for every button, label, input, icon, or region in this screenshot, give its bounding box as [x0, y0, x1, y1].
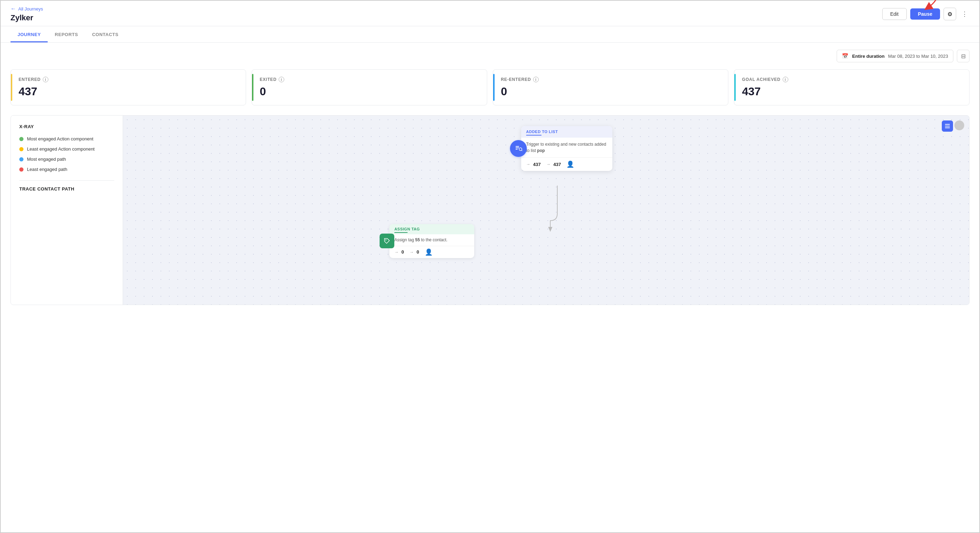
stat-goal-achieved-value: 437: [742, 85, 961, 98]
trigger-stat2: 437: [554, 162, 561, 167]
stat-entered-value: 437: [19, 85, 238, 98]
gear-icon: ⚙: [947, 11, 952, 17]
xray-divider: [19, 180, 114, 181]
trigger-arrow-out-icon: →: [546, 162, 550, 167]
tab-contacts[interactable]: CONTACTS: [85, 26, 126, 42]
filter-icon: ⊟: [961, 53, 966, 60]
stat-entered: ENTERED i 437: [11, 69, 246, 105]
tab-reports[interactable]: REPORTS: [48, 26, 85, 42]
duration-label: Entire duration: [852, 54, 884, 59]
trigger-card[interactable]: ADDED TO LIST Trigger to existing and ne…: [518, 126, 612, 171]
stat-exited-value: 0: [260, 85, 479, 98]
action-person-icon: 👤: [425, 248, 433, 256]
header-actions: Edit Pause ⚙: [882, 8, 969, 20]
action-underline: [394, 232, 407, 233]
tab-journey[interactable]: JOURNEY: [11, 26, 48, 42]
trigger-card-content: Trigger to existing and new contacts add…: [521, 138, 612, 157]
exited-info-icon[interactable]: i: [278, 77, 284, 82]
svg-rect-5: [515, 148, 519, 148]
action-arrow-in-icon: →: [394, 250, 399, 255]
stat-exited: EXITED i 0: [252, 69, 487, 105]
back-label: All Journeys: [18, 6, 43, 11]
re-entered-info-icon[interactable]: i: [533, 77, 539, 82]
action-stat1: 0: [401, 249, 404, 255]
least-engaged-action-label: Least engaged Action component: [27, 146, 95, 152]
page-title: Zylker: [11, 13, 43, 22]
header: ← All Journeys Zylker Edit Pause: [1, 1, 979, 26]
filter-row: 📅 Entire duration Mar 08, 2023 to Mar 10…: [11, 50, 969, 62]
tabs-bar: JOURNEY REPORTS CONTACTS: [1, 26, 979, 43]
action-card-body: ASSIGN TAG Assign tag 55 to the contact.: [390, 224, 474, 258]
stats-row: ENTERED i 437 EXITED i 0 RE-ENTERED i 0: [11, 69, 969, 105]
trigger-card-label: ADDED TO LIST: [526, 130, 608, 134]
date-range: Mar 08, 2023 to Mar 10, 2023: [888, 54, 948, 59]
trigger-card-header: ADDED TO LIST: [521, 126, 612, 138]
svg-marker-9: [548, 227, 552, 232]
trigger-list-icon: [514, 144, 522, 152]
connector-svg: [543, 186, 571, 235]
action-stats-row: → 0 → 0 👤: [390, 246, 474, 258]
trace-contact-path-title: TRACE CONTACT PATH: [19, 186, 114, 192]
svg-line-8: [522, 150, 522, 151]
xray-panel: X-RAY Most engaged Action component Leas…: [11, 116, 123, 305]
stat-goal-achieved-label: GOAL ACHIEVED i: [742, 77, 961, 82]
calendar-icon: 📅: [842, 53, 849, 59]
svg-rect-6: [515, 149, 518, 149]
legend-least-engaged-path: Least engaged path: [19, 167, 114, 172]
entered-info-icon[interactable]: i: [43, 77, 48, 82]
trigger-arrow-in-icon: →: [526, 162, 530, 167]
stat-entered-label: ENTERED i: [19, 77, 238, 82]
more-options-button[interactable]: ⋮: [960, 8, 969, 20]
action-card-content: Assign tag 55 to the contact.: [390, 234, 474, 246]
legend-most-engaged-action: Most engaged Action component: [19, 136, 114, 141]
least-engaged-path-dot: [19, 167, 24, 171]
journey-canvas: ADDED TO LIST Trigger to existing and ne…: [123, 116, 969, 305]
most-engaged-action-label: Most engaged Action component: [27, 136, 93, 141]
back-link[interactable]: ← All Journeys: [11, 6, 43, 12]
action-description: Assign tag 55 to the contact.: [394, 237, 469, 243]
action-stat2: 0: [417, 249, 419, 255]
most-engaged-path-label: Most engaged path: [27, 157, 66, 162]
least-engaged-path-label: Least engaged path: [27, 167, 67, 172]
back-arrow-icon: ←: [11, 6, 16, 12]
pause-button[interactable]: Pause: [910, 8, 940, 20]
stat-re-entered-label: RE-ENTERED i: [501, 77, 720, 82]
trigger-person-icon: 👤: [566, 160, 574, 168]
filter-button[interactable]: ⊟: [957, 50, 969, 62]
date-filter[interactable]: 📅 Entire duration Mar 08, 2023 to Mar 10…: [837, 50, 953, 62]
goal-achieved-info-icon[interactable]: i: [783, 77, 788, 82]
most-engaged-action-dot: [19, 137, 24, 141]
canvas-area: ADDED TO LIST Trigger to existing and ne…: [130, 122, 962, 298]
trigger-icon: [510, 140, 527, 157]
least-engaged-action-dot: [19, 147, 24, 151]
header-left: ← All Journeys Zylker: [11, 6, 43, 22]
stat-re-entered-value: 0: [501, 85, 720, 98]
stat-re-entered: RE-ENTERED i 0: [493, 69, 728, 105]
dots-icon: ⋮: [961, 10, 968, 18]
main-content: 📅 Entire duration Mar 08, 2023 to Mar 10…: [1, 43, 979, 312]
trigger-stats-row: → 437 → 437 👤: [521, 157, 612, 171]
trigger-description: Trigger to existing and new contacts add…: [526, 141, 608, 154]
settings-button[interactable]: ⚙: [943, 8, 956, 20]
svg-point-7: [519, 148, 522, 151]
action-card-header: ASSIGN TAG: [390, 224, 474, 234]
trigger-stat1: 437: [533, 162, 541, 167]
edit-button[interactable]: Edit: [882, 8, 907, 20]
xray-legend: Most engaged Action component Least enga…: [19, 136, 114, 172]
legend-most-engaged-path: Most engaged path: [19, 157, 114, 162]
trigger-card-body: ADDED TO LIST Trigger to existing and ne…: [521, 126, 612, 171]
most-engaged-path-dot: [19, 157, 24, 162]
svg-rect-4: [515, 146, 519, 147]
action-card[interactable]: ASSIGN TAG Assign tag 55 to the contact.: [387, 224, 474, 258]
action-card-label: ASSIGN TAG: [394, 227, 469, 231]
action-icon: [380, 233, 394, 248]
stat-exited-label: EXITED i: [260, 77, 479, 82]
stat-goal-achieved: GOAL ACHIEVED i 437: [734, 69, 969, 105]
bottom-section: X-RAY Most engaged Action component Leas…: [11, 115, 969, 305]
assign-tag-icon: [383, 238, 390, 244]
svg-point-10: [385, 240, 387, 241]
action-arrow-out-icon: →: [409, 250, 414, 255]
legend-least-engaged-action: Least engaged Action component: [19, 146, 114, 152]
xray-title: X-RAY: [19, 124, 114, 129]
trigger-underline: [526, 135, 541, 135]
